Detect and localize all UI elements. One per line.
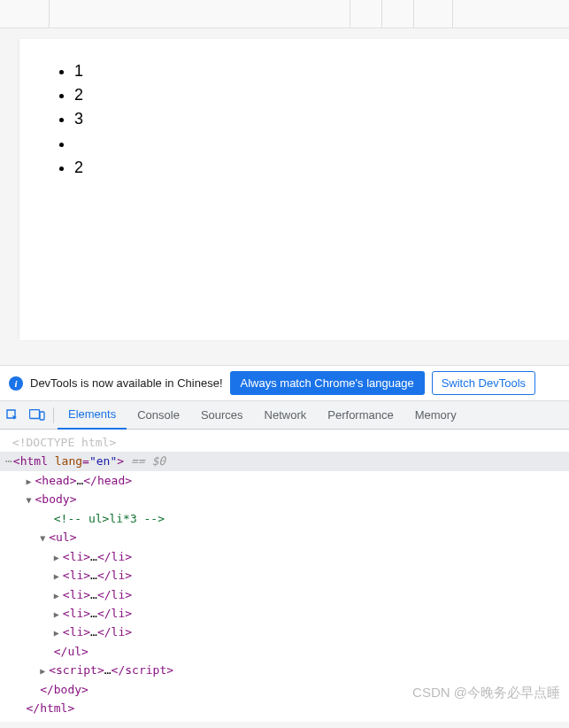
match-language-button[interactable]: Always match Chrome's language xyxy=(230,371,425,395)
toolbar-cell[interactable] xyxy=(50,0,350,27)
svg-rect-0 xyxy=(30,409,40,418)
tab-elements[interactable]: Elements xyxy=(58,401,127,430)
list-item: 2 xyxy=(74,84,569,106)
watermark: CSDN @今晚务必早点睡 xyxy=(412,685,560,701)
toolbar-cell[interactable] xyxy=(0,0,50,27)
tab-console[interactable]: Console xyxy=(127,401,190,430)
list: 1 2 3 2 xyxy=(19,39,569,179)
tab-performance[interactable]: Performance xyxy=(317,401,404,430)
list-item: 3 xyxy=(74,108,569,130)
tab-sources[interactable]: Sources xyxy=(190,401,254,430)
dom-li[interactable]: ▶<li>…</li> xyxy=(0,566,569,585)
info-icon: i xyxy=(9,376,23,391)
dom-li[interactable]: ▶<li>…</li> xyxy=(0,604,569,623)
dom-li[interactable]: ▶<li>…</li> xyxy=(0,547,569,566)
dom-html-close[interactable]: </html> xyxy=(0,699,569,717)
toolbar-cell[interactable] xyxy=(382,0,414,27)
inspect-icon[interactable] xyxy=(0,401,25,430)
list-item xyxy=(74,133,569,155)
switch-devtools-button[interactable]: Switch DevTools xyxy=(432,371,535,395)
page-content: 1 2 3 2 xyxy=(19,39,569,340)
dom-doctype[interactable]: <!DOCTYPE html> xyxy=(0,433,569,452)
dom-comment[interactable]: <!-- ul>li*3 --> xyxy=(0,509,569,528)
toolbar-cell[interactable] xyxy=(350,0,382,27)
dom-html-open[interactable]: ⋯<html lang="en"> == $0 xyxy=(0,452,569,470)
dom-ul-close[interactable]: </ul> xyxy=(0,642,569,661)
dom-li[interactable]: ▶<li>…</li> xyxy=(0,585,569,604)
svg-rect-1 xyxy=(40,412,44,420)
toolbar-cell[interactable] xyxy=(414,0,453,27)
dom-body-open[interactable]: ▼<body> xyxy=(0,490,569,508)
devtools-infobar: i DevTools is now available in Chinese! … xyxy=(0,365,569,401)
browser-toolbar xyxy=(0,0,569,28)
dom-ul-open[interactable]: ▼<ul> xyxy=(0,528,569,546)
device-toggle-icon[interactable] xyxy=(25,401,50,430)
dom-head[interactable]: ▶<head>…</head> xyxy=(0,471,569,490)
devtools-tabbar: Elements Console Sources Network Perform… xyxy=(0,401,569,430)
divider xyxy=(53,407,54,423)
list-item: 2 xyxy=(74,157,569,179)
dom-li[interactable]: ▶<li>…</li> xyxy=(0,623,569,641)
tab-memory[interactable]: Memory xyxy=(404,401,467,430)
dom-script[interactable]: ▶<script>…</script> xyxy=(0,661,569,679)
infobar-message: DevTools is now available in Chinese! xyxy=(30,376,223,390)
tab-network[interactable]: Network xyxy=(254,401,318,430)
dom-tree[interactable]: <!DOCTYPE html> ⋯<html lang="en"> == $0 … xyxy=(0,430,569,722)
list-item: 1 xyxy=(74,60,569,82)
